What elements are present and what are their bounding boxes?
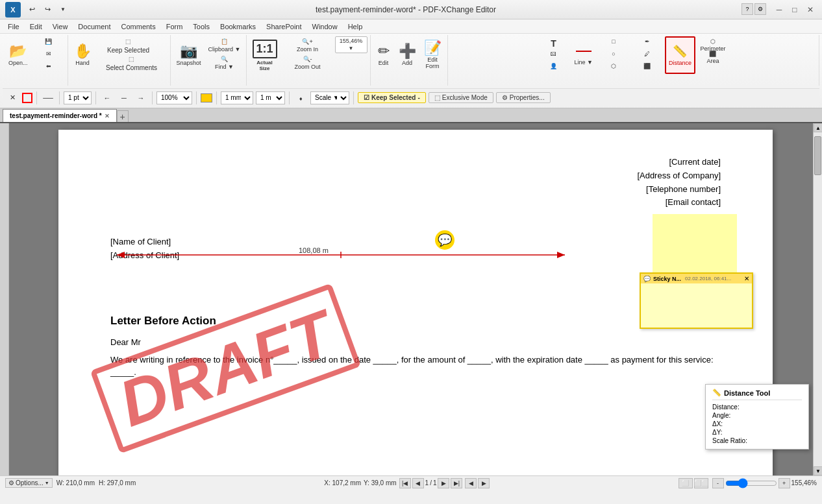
menu-view[interactable]: View	[47, 21, 73, 32]
exclusive-mode-button[interactable]: ⬚ Exclusive Mode	[429, 92, 493, 103]
comment-bubble[interactable]: 💬	[435, 230, 455, 250]
maximize-button[interactable]: □	[788, 3, 801, 16]
polygon-tool-button[interactable]: ⬡	[597, 61, 630, 73]
scale-select[interactable]: Scale ▼	[310, 91, 349, 104]
back-icon: ⬅	[46, 63, 51, 69]
menu-file[interactable]: File	[3, 21, 25, 32]
text-tool-button[interactable]: T	[538, 36, 570, 48]
select-text-button[interactable]: ⬚ Keep Selected	[96, 36, 161, 53]
save-button[interactable]: 💾	[32, 36, 65, 48]
arrow-mid-button[interactable]: ─	[117, 91, 131, 105]
zoom-level-display[interactable]: 155,46% ▼	[335, 36, 367, 53]
settings-icon[interactable]: ⚙	[754, 3, 766, 15]
properties-button[interactable]: ⚙ Properties...	[496, 92, 551, 103]
rect-color-indicator[interactable]	[22, 93, 32, 103]
zoom-in-button[interactable]: 🔍+ Zoom In	[282, 36, 334, 53]
pan-left-button[interactable]: ◀	[465, 478, 477, 488]
edit-form-button[interactable]: 📝 EditForm	[421, 36, 445, 74]
next-page-button[interactable]: ▶	[438, 478, 449, 488]
perimeter-tool-button[interactable]: ⬡ Perimeter	[697, 36, 729, 48]
menu-tools[interactable]: Tools	[188, 21, 215, 32]
scroll-up-button[interactable]: ▲	[814, 123, 822, 132]
menu-bookmarks[interactable]: Bookmarks	[215, 21, 261, 32]
find-button[interactable]: 🔍 Find ▼	[206, 54, 243, 71]
sticky-note-close[interactable]: ✕	[744, 275, 749, 282]
single-page-button[interactable]: ⬜	[679, 478, 693, 488]
minimize-button[interactable]: ─	[773, 3, 786, 16]
unit2-select[interactable]: 1 m	[256, 91, 285, 104]
arrow-left-button[interactable]: ←	[100, 91, 114, 105]
distance-tool-button[interactable]: 📏 Distance	[665, 36, 695, 74]
rect-tool-button[interactable]: □	[597, 36, 630, 48]
ribbon-toolbar-row: ✕ ── 1 pt ← ─ → 100% 1 mm 1 m ⬧ Scale ▼	[3, 88, 819, 106]
doc-tab-label: test.payment-reminder-word *	[10, 112, 102, 119]
dropdown-button[interactable]: ▼	[56, 3, 70, 17]
vertical-scrollbar[interactable]: ▲ ▼	[813, 123, 822, 475]
two-page-button[interactable]: ⬜⬜	[694, 478, 708, 488]
new-tab-button[interactable]: +	[117, 110, 129, 122]
menu-form[interactable]: Form	[161, 21, 188, 32]
edit-button[interactable]: ✏ Edit	[373, 36, 394, 74]
unit1-select[interactable]: 1 mm	[221, 91, 253, 104]
edit-group-items: ✏ Edit ➕ Add 📝 EditForm	[373, 36, 445, 84]
select-group-items: ✋ Hand ⬚ Keep Selected ⬚ Select Comments	[71, 36, 168, 84]
arrow-right-button[interactable]: →	[134, 91, 148, 105]
zoom-in-status-button[interactable]: +	[778, 478, 790, 488]
open-button[interactable]: 📂 Open...	[5, 36, 31, 74]
eraser-tool-button[interactable]: ⬛	[631, 61, 664, 73]
doc-tab-close-button[interactable]: ✕	[105, 113, 110, 119]
pan-right-button[interactable]: ▶	[478, 478, 490, 488]
dash-style-button[interactable]: ──	[41, 91, 55, 105]
select-comments-button[interactable]: ⬚ Select Comments	[96, 54, 168, 71]
scroll-down-button[interactable]: ▼	[814, 466, 822, 475]
zoom-small-btns: 🔍+ Zoom In 🔍- Zoom Out	[282, 36, 334, 71]
pen-tool-button[interactable]: ✒	[631, 36, 664, 48]
clipboard-button[interactable]: 📋 Clipboard ▼	[206, 36, 243, 53]
angle-row: Angle:	[712, 411, 802, 420]
zoom-1to1-button[interactable]: 1:1 ActualSize	[249, 36, 280, 74]
highlight-tool-button[interactable]: 🖊	[631, 49, 664, 60]
menu-edit[interactable]: Edit	[25, 21, 47, 32]
zoom-dropdown-icon: ▼	[349, 45, 354, 51]
zoom-slider[interactable]	[725, 480, 777, 486]
zoom-out-status-button[interactable]: -	[712, 478, 724, 488]
options-button[interactable]: ⚙ Options... ▼	[5, 478, 53, 488]
hand-button[interactable]: ✋ Hand	[71, 36, 95, 74]
line-width-select[interactable]: 1 pt	[64, 91, 92, 104]
sticky-note[interactable]: 💬 Sticky N... 02.02.2018, 06:41... ✕	[640, 272, 753, 329]
close-button[interactable]: ✕	[804, 3, 817, 16]
first-page-button[interactable]: |◀	[399, 478, 411, 488]
stamp-tool-button[interactable]: 🖂	[538, 49, 570, 60]
exclusive-mode-icon: ⬚	[434, 94, 440, 101]
menu-comments[interactable]: Comments	[116, 21, 161, 32]
zoom-out-button[interactable]: 🔍- Zoom Out	[282, 54, 334, 71]
close-tool-button[interactable]: ✕	[5, 91, 19, 105]
help-icon[interactable]: ?	[741, 3, 753, 15]
undo-button[interactable]: ↩	[25, 3, 39, 17]
menu-sharepoint[interactable]: SharePoint	[261, 21, 306, 32]
person-tool-button[interactable]: 👤	[538, 61, 570, 73]
area-tool-button[interactable]: ⬛ Area	[697, 49, 729, 60]
ellipse-tool-button[interactable]: ○	[597, 49, 630, 60]
letter-title: Letter Before Action	[110, 315, 721, 328]
last-page-button[interactable]: ▶|	[451, 478, 462, 488]
prev-page-button[interactable]: ◀	[412, 478, 424, 488]
color-picker-button[interactable]	[201, 93, 212, 102]
add-button[interactable]: ➕ Add	[395, 36, 419, 74]
line-tool-button[interactable]: Line ▼	[571, 36, 596, 74]
mail-button[interactable]: ✉	[32, 49, 65, 60]
pen-tools-col: ✒ 🖊 ⬛	[631, 36, 664, 73]
telephone: [Telephone number]	[110, 183, 721, 197]
menu-window[interactable]: Window	[307, 21, 343, 32]
redo-button[interactable]: ↪	[40, 3, 55, 17]
menu-document[interactable]: Document	[73, 21, 116, 32]
keep-selected-button[interactable]: ☑ Keep Selected -	[358, 92, 426, 103]
ribbon-group-drawing: T 🖂 👤 Line ▼	[448, 35, 819, 86]
zoom-select[interactable]: 100%	[156, 91, 192, 104]
doc-tab-main[interactable]: test.payment-reminder-word * ✕	[3, 109, 117, 122]
snapshot-button[interactable]: 📷 Snapshot	[173, 36, 205, 74]
scroll-thumb[interactable]	[814, 136, 821, 175]
back-button[interactable]: ⬅	[32, 61, 65, 73]
menu-help[interactable]: Help	[343, 21, 368, 32]
title-bar: X ↩ ↪ ▼ test.payment-reminder-word* - PD…	[0, 0, 822, 19]
